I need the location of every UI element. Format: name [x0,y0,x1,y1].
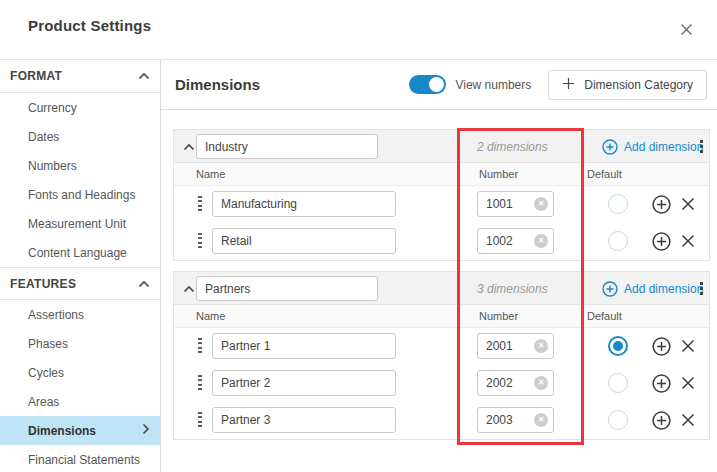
dimensions-content: 2 dimensions Add dimension Name Number D… [161,129,717,440]
dimension-number-input[interactable] [478,192,530,216]
add-dimension-link[interactable]: Add dimension [602,272,703,305]
sidebar-item-areas[interactable]: Areas [0,387,160,416]
dimension-row-partner-2: ✕ [174,365,709,402]
sidebar-section-features[interactable]: FEATURES [0,267,160,300]
delete-row-icon[interactable] [681,339,695,356]
sidebar-section-label: FORMAT [10,69,62,83]
column-default: Default [587,168,622,180]
delete-row-icon[interactable] [681,376,695,393]
dimension-number-field: ✕ [477,370,554,396]
column-headers: Name Number Default [174,163,709,186]
clear-number-icon[interactable]: ✕ [534,197,548,211]
dimension-number-field: ✕ [477,333,554,359]
kebab-menu-icon[interactable] [692,272,710,305]
dimension-name-input[interactable] [212,191,396,217]
sidebar-item-financial-statements[interactable]: Financial Statements [0,445,160,472]
page-title: Product Settings [28,17,151,34]
dimension-number-input[interactable] [478,334,530,358]
add-row-icon[interactable] [652,374,671,396]
view-numbers-toggle[interactable] [409,75,446,94]
column-number: Number [479,168,518,180]
sidebar-section-label: FEATURES [10,277,76,291]
column-name: Name [196,310,225,322]
collapse-chevron-icon[interactable] [183,282,195,296]
default-radio[interactable] [608,410,628,430]
default-radio[interactable] [608,336,628,356]
dimension-number-input[interactable] [478,229,530,253]
add-dimension-category-button[interactable]: Dimension Category [548,70,707,100]
dimension-count-label: 2 dimensions [477,130,548,163]
column-name: Name [196,168,225,180]
panel-header: Dimensions View numbers Dimension Catego… [161,60,717,110]
dimension-name-input[interactable] [212,407,396,433]
product-settings-modal: Product Settings FORMAT Currency Dates N… [0,0,717,472]
column-default: Default [587,310,622,322]
clear-number-icon[interactable]: ✕ [534,234,548,248]
category-name-input[interactable] [196,134,378,159]
clear-number-icon[interactable]: ✕ [534,339,548,353]
dimension-category-partners: 3 dimensions Add dimension Name Number D… [173,271,710,440]
dimension-number-field: ✕ [477,191,554,217]
default-radio[interactable] [608,194,628,214]
add-row-icon[interactable] [652,337,671,359]
dimension-row-partner-3: ✕ [174,402,709,439]
drag-handle-icon[interactable] [198,375,202,392]
sidebar-item-dimensions[interactable]: Dimensions [0,416,160,445]
add-dimension-link[interactable]: Add dimension [602,130,703,163]
settings-sidebar: FORMAT Currency Dates Numbers Fonts and … [0,60,161,472]
column-number: Number [479,310,518,322]
clear-number-icon[interactable]: ✕ [534,413,548,427]
default-radio[interactable] [608,373,628,393]
drag-handle-icon[interactable] [198,233,202,250]
dimension-name-input[interactable] [212,370,396,396]
sidebar-section-format[interactable]: FORMAT [0,60,160,93]
dimension-row-retail: ✕ [174,223,709,260]
dimensions-panel: Dimensions View numbers Dimension Catego… [161,60,717,472]
dimension-number-input[interactable] [478,408,530,432]
category-name-input[interactable] [196,276,378,301]
category-header: 2 dimensions Add dimension [174,130,709,163]
panel-title: Dimensions [175,76,260,93]
view-numbers-label: View numbers [455,78,531,92]
drag-handle-icon[interactable] [198,196,202,213]
dimension-number-field: ✕ [477,228,554,254]
dimension-count-label: 3 dimensions [477,272,548,305]
drag-handle-icon[interactable] [198,412,202,429]
kebab-menu-icon[interactable] [692,130,710,163]
add-row-icon[interactable] [652,411,671,433]
chevron-right-icon [142,423,150,438]
add-row-icon[interactable] [652,232,671,254]
dimension-row-partner-1: ✕ [174,328,709,365]
close-icon[interactable] [675,18,697,40]
dimension-name-input[interactable] [212,228,396,254]
plus-icon [562,77,575,93]
sidebar-item-phases[interactable]: Phases [0,329,160,358]
toggle-knob [429,77,444,92]
chevron-up-icon [138,69,150,83]
chevron-up-icon [138,277,150,291]
sidebar-item-fonts-and-headings[interactable]: Fonts and Headings [0,180,160,209]
dimension-row-manufacturing: ✕ [174,186,709,223]
sidebar-item-dates[interactable]: Dates [0,122,160,151]
collapse-chevron-icon[interactable] [183,140,195,154]
delete-row-icon[interactable] [681,413,695,430]
column-headers: Name Number Default [174,305,709,328]
sidebar-item-assertions[interactable]: Assertions [0,300,160,329]
delete-row-icon[interactable] [681,197,695,214]
sidebar-item-content-language[interactable]: Content Language [0,238,160,267]
delete-row-icon[interactable] [681,234,695,251]
dimension-number-field: ✕ [477,407,554,433]
sidebar-item-numbers[interactable]: Numbers [0,151,160,180]
sidebar-item-currency[interactable]: Currency [0,93,160,122]
dimension-category-industry: 2 dimensions Add dimension Name Number D… [173,129,710,261]
sidebar-item-cycles[interactable]: Cycles [0,358,160,387]
dimension-number-input[interactable] [478,371,530,395]
category-header: 3 dimensions Add dimension [174,272,709,305]
default-radio[interactable] [608,231,628,251]
clear-number-icon[interactable]: ✕ [534,376,548,390]
drag-handle-icon[interactable] [198,338,202,355]
add-row-icon[interactable] [652,195,671,217]
sidebar-item-measurement-unit[interactable]: Measurement Unit [0,209,160,238]
dimension-name-input[interactable] [212,333,396,359]
